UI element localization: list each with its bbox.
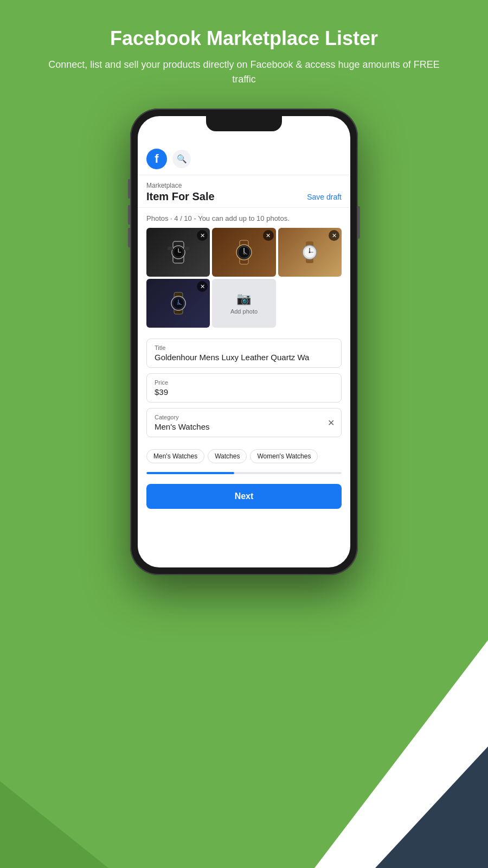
svg-point-18 bbox=[309, 252, 311, 253]
photos-grid: ✕ bbox=[146, 228, 342, 328]
progress-fill bbox=[146, 472, 234, 474]
remove-photo-3-button[interactable]: ✕ bbox=[329, 230, 339, 241]
save-draft-button[interactable]: Save draft bbox=[307, 193, 342, 201]
marketplace-title: Item For Sale bbox=[146, 190, 215, 203]
photo-item-3[interactable]: ✕ bbox=[278, 228, 342, 277]
next-button-section: Next bbox=[138, 480, 350, 518]
facebook-logo: f bbox=[146, 149, 167, 169]
page-subtitle: Connect, list and sell your products dir… bbox=[43, 58, 445, 87]
marketplace-label: Marketplace bbox=[146, 182, 342, 189]
svg-rect-6 bbox=[184, 247, 189, 250]
add-photo-icon: 📷 bbox=[236, 292, 251, 306]
category-value: Men's Watches bbox=[155, 422, 333, 431]
chip-mens-watches[interactable]: Men's Watches bbox=[146, 449, 204, 463]
marketplace-header: Marketplace Item For Sale Save draft bbox=[138, 175, 350, 208]
page-header: Facebook Marketplace Lister Connect, lis… bbox=[0, 0, 488, 103]
title-field[interactable]: Title Goldenhour Mens Luxy Leather Quart… bbox=[146, 339, 342, 368]
next-button[interactable]: Next bbox=[146, 484, 342, 509]
photos-section: Photos · 4 / 10 - You can add up to 10 p… bbox=[138, 208, 350, 334]
phone-notch bbox=[206, 116, 282, 131]
photo-item-1[interactable]: ✕ bbox=[146, 228, 210, 277]
category-field[interactable]: Category Men's Watches ✕ bbox=[146, 408, 342, 437]
photo-item-2[interactable]: ✕ ⚙ bbox=[212, 228, 275, 277]
add-photo-button[interactable]: 📷 Add photo bbox=[212, 279, 275, 328]
page-title: Facebook Marketplace Lister bbox=[43, 27, 445, 50]
photo-item-4[interactable]: ✕ 12 bbox=[146, 279, 210, 328]
screen-content: f 🔍 Marketplace Item For Sale Save draft… bbox=[138, 116, 350, 567]
marketplace-title-row: Item For Sale Save draft bbox=[146, 190, 342, 203]
form-section: Title Goldenhour Mens Luxy Leather Quart… bbox=[138, 334, 350, 447]
photos-label: Photos · 4 / 10 - You can add up to 10 p… bbox=[146, 214, 342, 222]
svg-rect-5 bbox=[168, 247, 173, 250]
progress-section bbox=[138, 469, 350, 480]
price-value: $39 bbox=[155, 387, 333, 397]
price-label: Price bbox=[155, 379, 333, 386]
phone-frame: f 🔍 Marketplace Item For Sale Save draft… bbox=[130, 108, 358, 575]
clear-category-button[interactable]: ✕ bbox=[328, 418, 335, 428]
chip-watches[interactable]: Watches bbox=[208, 449, 247, 463]
bg-shape-green bbox=[0, 760, 108, 868]
phone-container: f 🔍 Marketplace Item For Sale Save draft… bbox=[0, 108, 488, 575]
top-bar: f 🔍 bbox=[138, 143, 350, 175]
category-label: Category bbox=[155, 414, 333, 420]
category-chips: Men's Watches Watches Women's Watches bbox=[138, 447, 350, 469]
progress-bar bbox=[146, 472, 342, 474]
phone-screen: f 🔍 Marketplace Item For Sale Save draft… bbox=[138, 116, 350, 567]
remove-photo-2-button[interactable]: ✕ bbox=[263, 230, 274, 241]
price-field[interactable]: Price $39 bbox=[146, 373, 342, 403]
title-label: Title bbox=[155, 344, 333, 351]
chip-womens-watches[interactable]: Women's Watches bbox=[250, 449, 318, 463]
search-button[interactable]: 🔍 bbox=[172, 150, 191, 168]
add-photo-label: Add photo bbox=[230, 308, 258, 315]
title-value: Goldenhour Mens Luxy Leather Quartz Wa bbox=[155, 353, 333, 362]
